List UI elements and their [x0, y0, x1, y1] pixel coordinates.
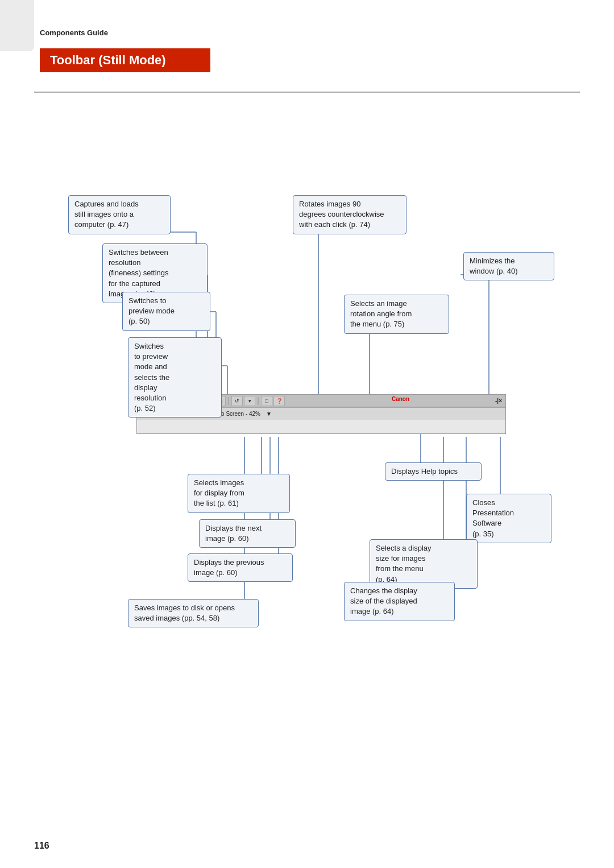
- canon-logo: Canon: [392, 396, 409, 402]
- diagram-area: Captures and loads still images onto a c…: [34, 115, 580, 627]
- annotation-displays-help: Displays Help topics: [385, 462, 482, 481]
- annotation-rotates-images: Rotates images 90 degrees counterclockwi…: [293, 195, 406, 234]
- close-button[interactable]: -|×: [495, 398, 502, 404]
- tb-rot-icon[interactable]: ↺: [231, 396, 243, 406]
- page: Components Guide Toolbar (Still Mode): [0, 0, 614, 868]
- annotation-selects-display-size: Selects a display size for images from t…: [370, 539, 478, 589]
- annotation-saves-images: Saves images to disk or opens saved imag…: [128, 599, 259, 627]
- tb-sep-3: [228, 397, 229, 405]
- annotation-selects-images: Selects images for display from the list…: [188, 474, 290, 513]
- annotation-minimizes-window: Minimizes the window (p. 40): [463, 252, 554, 280]
- toolbar-fit-arrow: ▼: [266, 411, 272, 417]
- tb-rot2-icon[interactable]: ▾: [244, 396, 255, 406]
- annotation-switches-preview: Switches to preview mode (p. 50): [122, 292, 210, 331]
- annotation-changes-display: Changes the display size of the displaye…: [344, 582, 455, 621]
- connector-lines: [34, 115, 580, 627]
- corner-decoration: [0, 0, 34, 51]
- tb-save-icon[interactable]: □: [261, 396, 272, 406]
- annotation-switches-display: Switches to preview mode and selects the…: [128, 337, 222, 418]
- annotation-displays-previous: Displays the previous image (p. 60): [188, 553, 293, 582]
- annotation-displays-next: Displays the next image (p. 60): [199, 519, 296, 548]
- title-line: [34, 92, 580, 93]
- annotation-selects-rotation: Selects an image rotation angle from the…: [344, 295, 449, 334]
- page-number: 116: [34, 841, 49, 851]
- components-guide-label: Components Guide: [40, 28, 580, 37]
- tb-sep-4: [258, 397, 259, 405]
- section-title: Toolbar (Still Mode): [40, 48, 210, 72]
- annotation-closes-presentation: Closes Presentation Software (p. 35): [466, 494, 551, 543]
- annotation-captures-loads: Captures and loads still images onto a c…: [68, 195, 171, 234]
- tb-help-icon[interactable]: ❓: [273, 396, 285, 406]
